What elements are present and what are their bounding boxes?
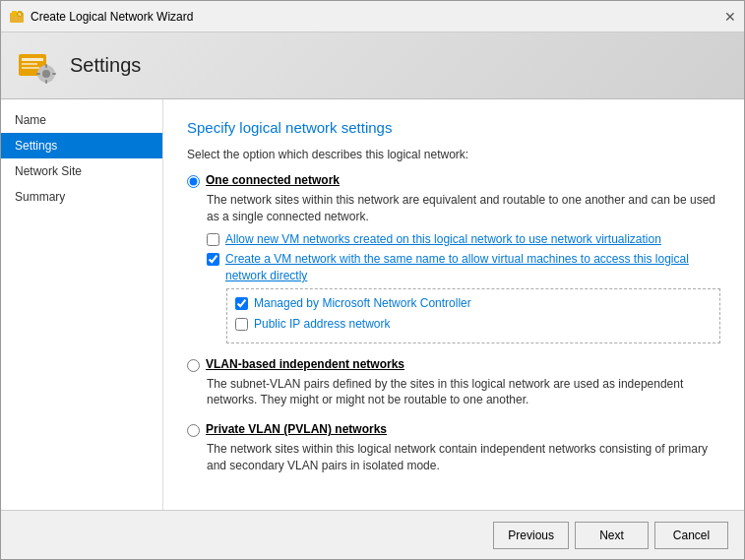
svg-point-9: [42, 70, 50, 78]
option-private-vlan: Private VLAN (PVLAN) networks The networ…: [187, 422, 720, 474]
radio-vlan-label[interactable]: VLAN-based independent networks: [206, 357, 404, 371]
svg-rect-11: [45, 80, 47, 84]
vlan-desc: The subnet-VLAN pairs defined by the sit…: [207, 376, 720, 409]
sidebar-item-name[interactable]: Name: [1, 107, 162, 133]
sidebar-item-summary[interactable]: Summary: [1, 184, 162, 210]
svg-rect-7: [22, 67, 39, 69]
title-bar: N Create Logical Network Wizard ✕: [1, 1, 744, 32]
section-title: Specify logical network settings: [187, 119, 720, 136]
pvlan-desc: The network sites within this logical ne…: [207, 441, 720, 474]
checkbox-create-vm-row: Create a VM network with the same name t…: [207, 251, 720, 284]
radio-one-connected-label[interactable]: One connected network: [206, 173, 340, 187]
radio-one-connected[interactable]: [187, 175, 200, 188]
sidebar-item-settings[interactable]: Settings: [1, 133, 162, 158]
checkbox-allow-vm-label[interactable]: Allow new VM networks created on this lo…: [225, 231, 661, 248]
next-button[interactable]: Next: [575, 522, 649, 549]
option-vlan-based: VLAN-based independent networks The subn…: [187, 357, 720, 409]
checkbox-create-vm-label[interactable]: Create a VM network with the same name t…: [225, 251, 720, 284]
main-description: Select the option which describes this l…: [187, 148, 720, 161]
wizard-window: N Create Logical Network Wizard ✕ Settin…: [0, 0, 745, 560]
radio-pvlan-label[interactable]: Private VLAN (PVLAN) networks: [206, 422, 387, 436]
svg-rect-5: [22, 58, 43, 61]
sidebar-item-network-site[interactable]: Network Site: [1, 158, 162, 184]
cancel-button[interactable]: Cancel: [654, 522, 728, 549]
radio-vlan-based[interactable]: [187, 359, 200, 372]
svg-rect-10: [45, 64, 47, 68]
checkbox-allow-vm[interactable]: [207, 233, 219, 246]
header-banner: Settings: [1, 32, 744, 99]
main-panel: Specify logical network settings Select …: [163, 99, 744, 510]
checkbox-public-ip-row: Public IP address network: [235, 316, 712, 333]
wizard-title-icon: N: [9, 9, 25, 25]
footer: Previous Next Cancel: [1, 510, 744, 559]
radio-one-connected-row: One connected network: [187, 173, 720, 188]
svg-text:N: N: [19, 12, 22, 17]
one-connected-desc: The network sites within this network ar…: [207, 192, 720, 225]
nested-options-box: Managed by Microsoft Network Controller …: [226, 288, 720, 343]
radio-pvlan-row: Private VLAN (PVLAN) networks: [187, 422, 720, 437]
checkbox-managed-row: Managed by Microsoft Network Controller: [235, 295, 712, 312]
title-bar-text: Create Logical Network Wizard: [31, 10, 193, 24]
sidebar: Name Settings Network Site Summary: [1, 99, 163, 510]
svg-rect-12: [36, 73, 40, 75]
checkbox-managed-by[interactable]: [235, 297, 248, 310]
previous-button[interactable]: Previous: [493, 522, 569, 549]
svg-rect-6: [22, 63, 37, 65]
close-button[interactable]: ✕: [724, 10, 736, 24]
content-area: Name Settings Network Site Summary Speci…: [1, 99, 744, 510]
svg-rect-13: [52, 73, 56, 75]
checkbox-allow-vm-row: Allow new VM networks created on this lo…: [207, 231, 720, 248]
checkbox-create-vm[interactable]: [207, 253, 219, 266]
title-bar-left: N Create Logical Network Wizard: [9, 9, 193, 25]
option-one-connected: One connected network The network sites …: [187, 173, 720, 343]
header-title: Settings: [70, 54, 141, 77]
checkbox-public-ip[interactable]: [235, 318, 248, 331]
radio-private-vlan[interactable]: [187, 424, 200, 437]
header-settings-icon: [17, 46, 56, 86]
checkbox-public-ip-label[interactable]: Public IP address network: [254, 316, 391, 333]
svg-rect-1: [12, 11, 17, 16]
radio-vlan-row: VLAN-based independent networks: [187, 357, 720, 372]
checkbox-managed-by-label[interactable]: Managed by Microsoft Network Controller: [254, 295, 471, 312]
